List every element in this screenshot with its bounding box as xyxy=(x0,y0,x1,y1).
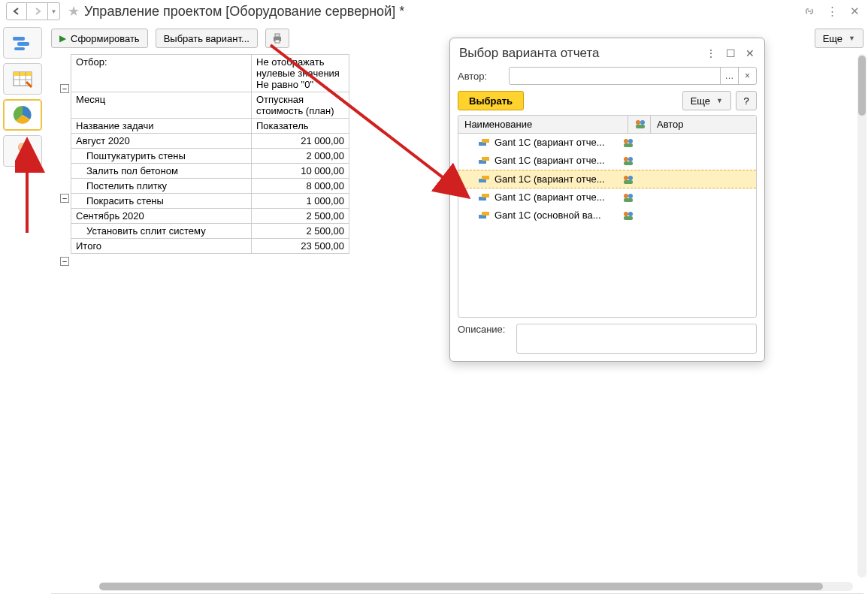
author-clear-button[interactable]: × xyxy=(738,68,756,84)
dialog-more-button[interactable]: Еще ▼ xyxy=(682,91,731,110)
col-indicator: Показатель xyxy=(252,119,349,134)
variant-item-icon xyxy=(478,137,490,148)
dialog-kebab-icon[interactable]: ⋮ xyxy=(704,47,718,60)
report-row-value: 1 000,00 xyxy=(252,194,349,209)
variant-row[interactable]: Gant 1С (вариант отче... xyxy=(458,134,756,152)
variant-shared-icon xyxy=(622,155,645,166)
variant-item-icon xyxy=(478,210,490,221)
variant-row[interactable]: Gant 1С (вариант отче... xyxy=(458,152,756,170)
link-icon[interactable] xyxy=(802,4,817,19)
form-report-button[interactable]: ▶ Сформировать xyxy=(51,29,148,48)
author-lookup-button[interactable]: … xyxy=(720,68,738,84)
nav-dropdown-button[interactable]: ▼ xyxy=(48,2,60,20)
chevron-down-icon: ▼ xyxy=(716,97,723,104)
report-row-value: 2 500,00 xyxy=(252,209,349,224)
svg-point-29 xyxy=(628,176,633,180)
report-row-value: 2 000,00 xyxy=(252,149,349,164)
play-icon: ▶ xyxy=(59,33,66,44)
svg-rect-2 xyxy=(14,47,25,50)
help-label: ? xyxy=(743,95,749,107)
col-month: Месяц xyxy=(71,92,252,119)
outline-collapse-1[interactable]: − xyxy=(60,84,69,93)
horizontal-scrollbar[interactable] xyxy=(99,582,853,591)
form-report-label: Сформировать xyxy=(71,33,140,44)
svg-rect-11 xyxy=(275,34,280,37)
svg-point-34 xyxy=(628,194,633,198)
svg-rect-0 xyxy=(13,37,25,41)
svg-rect-27 xyxy=(482,176,489,179)
more-button[interactable]: Еще ▼ xyxy=(815,29,863,48)
report-table: Отбор: Не отображать нулевые значения Не… xyxy=(71,54,349,254)
select-button[interactable]: Выбрать xyxy=(458,91,524,110)
dialog-maximize-icon[interactable]: ☐ xyxy=(724,47,737,60)
variant-item-name: Gant 1С (вариант отче... xyxy=(494,137,622,148)
svg-point-39 xyxy=(628,212,633,216)
author-input[interactable] xyxy=(510,68,720,84)
svg-point-19 xyxy=(628,139,633,143)
svg-point-23 xyxy=(624,157,628,161)
variant-col-shared-icon[interactable] xyxy=(628,116,651,133)
printer-icon xyxy=(271,32,283,44)
outline-collapse-3[interactable]: − xyxy=(60,257,69,266)
filter-text: Не отображать нулевые значения Не равно … xyxy=(252,55,349,92)
svg-rect-37 xyxy=(482,212,489,216)
select-button-label: Выбрать xyxy=(469,95,513,107)
close-window-icon[interactable]: ✕ xyxy=(847,4,862,19)
chevron-down-icon: ▼ xyxy=(848,35,855,42)
variant-shared-icon xyxy=(622,192,645,203)
variant-col-author[interactable]: Автор xyxy=(651,116,756,133)
variant-item-name: Gant 1С (вариант отче... xyxy=(494,191,622,203)
choose-variant-label: Выбрать вариант... xyxy=(164,33,250,44)
svg-rect-12 xyxy=(275,40,280,43)
variant-row[interactable]: Gant 1С (вариант отче... xyxy=(458,188,756,207)
dialog-close-icon[interactable]: ✕ xyxy=(743,47,757,60)
svg-rect-40 xyxy=(624,216,633,220)
nav-back-button[interactable] xyxy=(6,2,27,20)
variant-row[interactable]: Gant 1С (вариант отче... xyxy=(458,170,756,188)
variant-row[interactable]: Gant 1С (основной ва... xyxy=(458,207,756,225)
variant-shared-icon xyxy=(622,210,645,221)
variant-item-icon xyxy=(478,174,490,185)
variant-item-icon xyxy=(478,192,490,203)
choose-variant-button[interactable]: Выбрать вариант... xyxy=(156,29,258,48)
variant-shared-icon xyxy=(622,137,645,148)
window-title: Управление проектом [Оборудование сервер… xyxy=(84,4,404,20)
dialog-title: Выбор варианта отчета xyxy=(459,46,599,61)
variant-shared-icon xyxy=(622,174,645,185)
rail-chart-button[interactable] xyxy=(3,99,42,131)
variant-col-name[interactable]: Наименование xyxy=(458,116,628,133)
variant-item-name: Gant 1С (основной ва... xyxy=(494,210,622,221)
rail-table-button[interactable] xyxy=(3,63,42,95)
print-button[interactable] xyxy=(265,29,289,48)
variant-dialog: Выбор варианта отчета ⋮ ☐ ✕ Автор: … × В… xyxy=(449,38,765,362)
author-label: Автор: xyxy=(458,71,503,82)
report-row-label: Поштукатурить стены xyxy=(71,149,252,164)
favorite-star-icon[interactable]: ★ xyxy=(68,3,80,20)
description-label: Описание: xyxy=(458,324,510,335)
col-release-cost: Отпускная стоимость (план) xyxy=(252,92,349,119)
vertical-scrollbar[interactable] xyxy=(857,54,866,577)
svg-point-38 xyxy=(624,212,628,216)
svg-rect-1 xyxy=(17,42,29,46)
col-task: Название задачи xyxy=(71,119,252,134)
variant-item-name: Gant 1С (вариант отче... xyxy=(494,173,622,185)
report-row-value: 8 000,00 xyxy=(252,179,349,194)
rail-user-button[interactable] xyxy=(3,135,42,167)
dialog-help-button[interactable]: ? xyxy=(736,91,757,110)
outline-collapse-2[interactable]: − xyxy=(60,194,69,203)
more-label: Еще xyxy=(823,33,842,44)
rail-gantt-button[interactable] xyxy=(3,27,42,59)
svg-rect-30 xyxy=(624,180,633,184)
svg-rect-17 xyxy=(482,139,489,143)
kebab-menu-icon[interactable]: ⋮ xyxy=(824,4,839,19)
report-row-label: Сентябрь 2020 xyxy=(71,209,252,224)
report-row-label: Покрасить стены xyxy=(71,194,252,209)
filter-label: Отбор: xyxy=(71,55,252,92)
variant-item-icon xyxy=(478,155,490,166)
svg-rect-15 xyxy=(636,125,645,128)
variant-item-name: Gant 1С (вариант отче... xyxy=(494,155,622,166)
report-row-label: Итого xyxy=(71,239,252,254)
nav-forward-button[interactable] xyxy=(27,2,48,20)
svg-point-9 xyxy=(19,143,26,150)
description-box xyxy=(516,324,757,354)
